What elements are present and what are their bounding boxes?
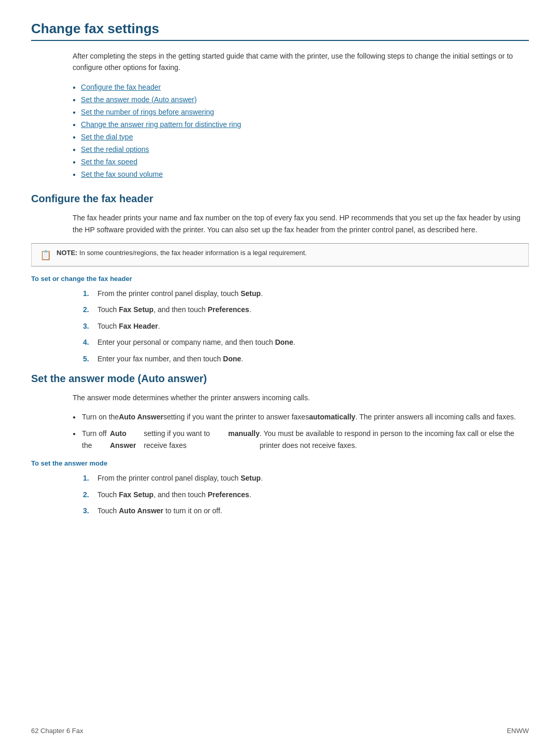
toc-item-8[interactable]: Set the fax sound volume — [73, 170, 529, 178]
answer-step-num-3: 3. — [83, 505, 97, 516]
intro-text: After completing the steps in the gettin… — [73, 50, 529, 74]
step-num-4: 4. — [83, 336, 97, 348]
fax-header-step-4: 4. Enter your personal or company name, … — [83, 336, 529, 348]
bold-setup-2: Setup — [241, 474, 261, 482]
answer-mode-bullet-1: Turn on the Auto Answer setting if you w… — [73, 411, 529, 423]
answer-mode-step-1: 1. From the printer control panel displa… — [83, 472, 529, 484]
note-label: NOTE: — [57, 249, 77, 257]
toc-item-5[interactable]: Set the dial type — [73, 133, 529, 141]
toc-link-8[interactable]: Set the fax sound volume — [81, 170, 163, 178]
bold-preferences-1: Preferences — [207, 305, 249, 314]
page-title: Change fax settings — [31, 21, 529, 41]
note-text-content: In some countries/regions, the fax heade… — [79, 249, 307, 257]
bold-preferences-2: Preferences — [207, 490, 249, 499]
fax-header-steps: 1. From the printer control panel displa… — [83, 288, 529, 364]
answer-mode-steps: 1. From the printer control panel displa… — [83, 472, 529, 516]
step-text-3: Touch Fax Header. — [97, 320, 529, 332]
step-text-2: Touch Fax Setup, and then touch Preferen… — [97, 304, 529, 315]
answer-mode-step-3: 3. Touch Auto Answer to turn it on or of… — [83, 505, 529, 516]
answer-step-text-3: Touch Auto Answer to turn it on or off. — [97, 505, 529, 516]
bold-done-2: Done — [223, 355, 241, 363]
toc-list: Configure the fax header Set the answer … — [73, 83, 529, 178]
step-text-4: Enter your personal or company name, and… — [97, 336, 529, 348]
note-box: 📋 NOTE: In some countries/regions, the f… — [31, 243, 529, 266]
answer-mode-bullet-2: Turn off the Auto Answer setting if you … — [73, 428, 529, 451]
answer-step-num-2: 2. — [83, 489, 97, 500]
answer-step-text-2: Touch Fax Setup, and then touch Preferen… — [97, 489, 529, 500]
note-icon: 📋 — [40, 249, 51, 261]
bold-manually: manually — [228, 428, 260, 439]
toc-item-4[interactable]: Change the answer ring pattern for disti… — [73, 120, 529, 129]
fax-header-step-3: 3. Touch Fax Header. — [83, 320, 529, 332]
configure-fax-header-body: The fax header prints your name and fax … — [73, 212, 529, 236]
toc-item-2[interactable]: Set the answer mode (Auto answer) — [73, 95, 529, 104]
bold-auto-answer-3: Auto Answer — [119, 507, 163, 515]
answer-step-num-1: 1. — [83, 472, 97, 484]
toc-item-3[interactable]: Set the number of rings before answering — [73, 108, 529, 116]
step-num-1: 1. — [83, 288, 97, 299]
step-text-5: Enter your fax number, and then touch Do… — [97, 353, 529, 364]
toc-item-6[interactable]: Set the redial options — [73, 145, 529, 153]
section-title-set-answer-mode: Set the answer mode (Auto answer) — [31, 373, 529, 385]
subsection-title-set-fax-header: To set or change the fax header — [31, 275, 529, 283]
fax-header-step-1: 1. From the printer control panel displa… — [83, 288, 529, 299]
section-title-configure-fax-header: Configure the fax header — [31, 193, 529, 205]
toc-link-4[interactable]: Change the answer ring pattern for disti… — [81, 120, 241, 129]
step-num-3: 3. — [83, 320, 97, 332]
toc-link-5[interactable]: Set the dial type — [81, 133, 133, 141]
bold-auto-answer-off: Auto Answer — [110, 428, 144, 451]
bold-fax-header: Fax Header — [119, 322, 158, 330]
step-num-5: 5. — [83, 353, 97, 364]
footer-left: 62 Chapter 6 Fax — [31, 727, 83, 735]
fax-header-step-2: 2. Touch Fax Setup, and then touch Prefe… — [83, 304, 529, 315]
answer-mode-bullets: Turn on the Auto Answer setting if you w… — [73, 411, 529, 451]
bold-automatically: automatically — [309, 411, 355, 423]
step-num-2: 2. — [83, 304, 97, 315]
page-footer: 62 Chapter 6 Fax ENWW — [0, 727, 560, 735]
toc-link-7[interactable]: Set the fax speed — [81, 158, 137, 166]
answer-step-text-1: From the printer control panel display, … — [97, 472, 529, 484]
toc-item-1[interactable]: Configure the fax header — [73, 83, 529, 91]
toc-link-1[interactable]: Configure the fax header — [81, 83, 161, 91]
subsection-title-set-answer-mode: To set the answer mode — [31, 459, 529, 467]
bold-setup-1: Setup — [241, 289, 261, 298]
toc-link-6[interactable]: Set the redial options — [81, 145, 149, 153]
toc-link-2[interactable]: Set the answer mode (Auto answer) — [81, 95, 197, 104]
answer-mode-step-2: 2. Touch Fax Setup, and then touch Prefe… — [83, 489, 529, 500]
answer-mode-body: The answer mode determines whether the p… — [73, 392, 529, 404]
bold-fax-setup-1: Fax Setup — [119, 305, 153, 314]
footer-right: ENWW — [507, 727, 529, 735]
toc-link-3[interactable]: Set the number of rings before answering — [81, 108, 214, 116]
step-text-1: From the printer control panel display, … — [97, 288, 529, 299]
bold-done-1: Done — [275, 338, 293, 346]
bold-fax-setup-2: Fax Setup — [119, 490, 153, 499]
note-content: NOTE: In some countries/regions, the fax… — [57, 249, 307, 257]
fax-header-step-5: 5. Enter your fax number, and then touch… — [83, 353, 529, 364]
bold-auto-answer-on: Auto Answer — [119, 411, 163, 423]
toc-item-7[interactable]: Set the fax speed — [73, 158, 529, 166]
